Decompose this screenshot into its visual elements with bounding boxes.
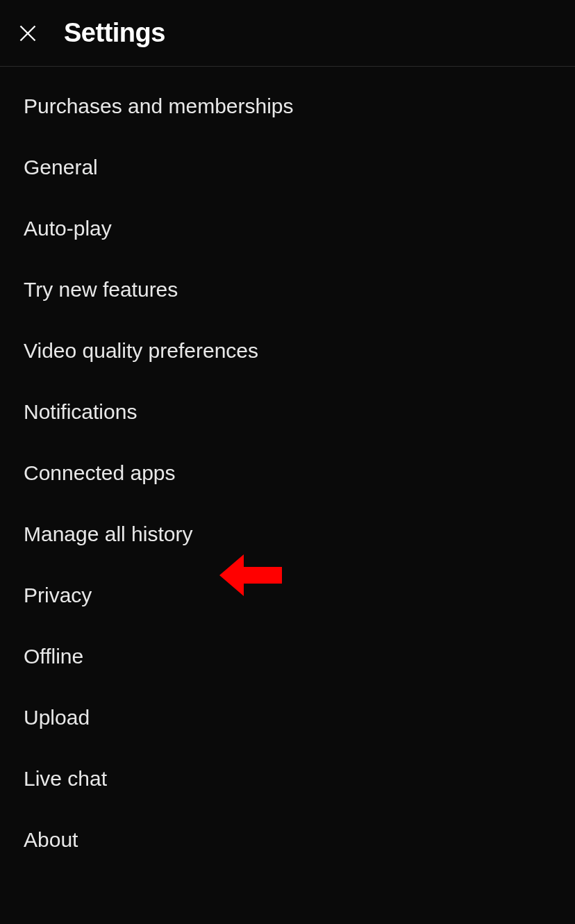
settings-item-label: Privacy: [24, 584, 92, 607]
close-icon[interactable]: [15, 21, 40, 46]
header: Settings: [0, 0, 575, 67]
settings-item-privacy[interactable]: Privacy: [0, 565, 575, 626]
settings-item-purchases[interactable]: Purchases and memberships: [0, 67, 575, 137]
settings-item-label: General: [24, 156, 98, 179]
settings-item-connected-apps[interactable]: Connected apps: [0, 443, 575, 504]
settings-item-new-features[interactable]: Try new features: [0, 259, 575, 320]
settings-item-label: Manage all history: [24, 522, 192, 545]
settings-item-general[interactable]: General: [0, 137, 575, 198]
settings-item-label: Auto-play: [24, 217, 112, 240]
settings-item-label: Try new features: [24, 278, 178, 301]
settings-item-label: About: [24, 828, 78, 851]
settings-item-label: Live chat: [24, 767, 107, 790]
settings-item-label: Offline: [24, 645, 83, 668]
settings-item-offline[interactable]: Offline: [0, 626, 575, 687]
settings-list: Purchases and memberships General Auto-p…: [0, 67, 575, 871]
settings-item-label: Notifications: [24, 400, 137, 423]
settings-item-notifications[interactable]: Notifications: [0, 381, 575, 443]
settings-item-label: Purchases and memberships: [24, 94, 294, 117]
page-title: Settings: [64, 18, 165, 48]
settings-item-upload[interactable]: Upload: [0, 687, 575, 748]
settings-item-label: Upload: [24, 706, 90, 729]
settings-item-about[interactable]: About: [0, 809, 575, 871]
settings-item-label: Video quality preferences: [24, 339, 258, 362]
settings-item-autoplay[interactable]: Auto-play: [0, 198, 575, 259]
settings-item-live-chat[interactable]: Live chat: [0, 748, 575, 809]
settings-item-video-quality[interactable]: Video quality preferences: [0, 320, 575, 381]
settings-item-label: Connected apps: [24, 461, 176, 484]
settings-item-manage-history[interactable]: Manage all history: [0, 504, 575, 565]
